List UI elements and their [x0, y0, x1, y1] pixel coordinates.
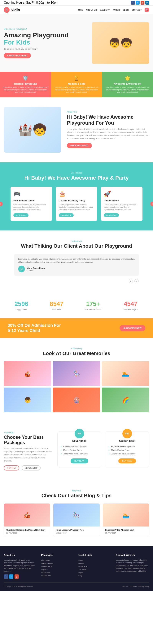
promo-cta-button[interactable]: SUBSCRIBE NOW: [120, 325, 145, 331]
indoor-event-icon: 🚀: [104, 190, 140, 197]
gallery-item-0[interactable]: 🎪: [4, 361, 51, 386]
membership-button[interactable]: MEMBERSHIP: [22, 465, 40, 470]
footer-useful-about[interactable]: About: [78, 559, 112, 562]
testimonials-section: Testimonials What Thiking Our Client Abo…: [0, 230, 153, 293]
gallery-item-5[interactable]: 🌈: [102, 388, 149, 412]
blog-card-2[interactable]: 🏊 Imperdiet Vitae Aliquam Eget 15 JULY 2…: [103, 503, 149, 536]
about-image: 🏰🧒: [4, 107, 61, 153]
nav-contact[interactable]: CONTACT: [132, 9, 142, 11]
twitter-icon[interactable]: t: [136, 1, 140, 4]
gallery-item-3[interactable]: 👦: [4, 388, 51, 412]
modern-icon: 🏆: [54, 76, 99, 81]
nav-logo[interactable]: K Kidio: [4, 7, 20, 13]
footer-useful-admission[interactable]: Admission: [78, 568, 112, 571]
silver-features: Prouect Praesent Dignissim Mauris Pulvin…: [60, 445, 98, 456]
footer-policy[interactable]: Terms & Conditions | Privacy Policy: [122, 586, 149, 588]
gallery-item-2[interactable]: 🏊: [102, 361, 149, 386]
packages-desc: Massa ut aliquam sed mauris lollus. Et i…: [4, 447, 52, 462]
testimonial-author: M Mario Speechingun Customer: [18, 266, 135, 272]
search-button[interactable]: 🔍: [144, 8, 149, 12]
service-0-desc: Cursus suspendisse. Eni aliquip commodo …: [14, 204, 49, 211]
stat-total-stuffs: 8547 Total Stuffs: [50, 300, 63, 310]
footer-useful-title: Useful Link: [78, 554, 112, 556]
hero-image-area: 👦🧒: [92, 22, 149, 64]
golden-feature-1: Mauris Pulvinar Eram: [108, 448, 146, 452]
gallery-item-4[interactable]: 🎡: [53, 388, 100, 412]
blog-date-0: 21 JULY 2017: [6, 532, 48, 534]
footer-useful-links: About Gallery Blog & Post Admission Logi…: [78, 559, 112, 577]
trusted-icon: 🛡️: [3, 76, 48, 81]
service-0-name: Play Indoor Game: [14, 199, 49, 202]
service-2-cta[interactable]: READ MORE: [104, 213, 119, 217]
footer-useful-faq[interactable]: FAQ: [78, 574, 112, 577]
service-1-cta[interactable]: READ MORE: [59, 213, 74, 217]
indoor-game-icon: 🎮: [14, 190, 49, 197]
facebook-icon[interactable]: f: [131, 1, 135, 4]
footer-link-classic[interactable]: Classic Birthday: [41, 562, 74, 565]
services-title: Hi Baby! We Have Awesome Play & Party: [4, 175, 149, 181]
gallery-item-1[interactable]: 🎠: [53, 361, 100, 386]
about-section: 🏰🧒 About Us Hi Baby! We Have Awesome Pla…: [0, 97, 153, 162]
services-next-button[interactable]: ›: [150, 202, 153, 206]
footer-google-icon[interactable]: g: [14, 574, 19, 579]
golden-buy-button[interactable]: BUY NOW: [118, 458, 136, 464]
package-silver: $59 Silver pack Prouect Praesent Digniss…: [58, 432, 101, 468]
footer-twitter-icon[interactable]: t: [9, 574, 14, 579]
footer-link-daycare[interactable]: Daycare: [41, 568, 74, 571]
blog-title-0: Curabitur Sollicitudin Massa Nibh Dign: [6, 529, 48, 531]
packages-right: $59 Silver pack Prouect Praesent Digniss…: [58, 432, 149, 468]
footer-useful-blog[interactable]: Blog & Post: [78, 565, 112, 568]
footer-facebook-icon[interactable]: f: [4, 574, 8, 579]
about-content: About Us Hi Baby! We Have Awesome Playgr…: [67, 111, 149, 148]
social-links: f t g in: [131, 1, 149, 4]
services-label: Our Package: [4, 172, 149, 174]
nav-links: HOME ABOUT US GALLERY PAGES BLOG CONTACT…: [77, 8, 149, 12]
blog-image-0: 🎪: [4, 504, 50, 526]
monthly-button[interactable]: MONTHLY: [4, 465, 19, 470]
testimonial-prev-button[interactable]: ←: [129, 279, 133, 283]
blog-card-1[interactable]: 🎠 Nunc Laoreet, Praesent Nec 18 JULY 201…: [53, 503, 100, 536]
linkedin-icon[interactable]: in: [145, 1, 149, 4]
footer: About Us Lorem ipsum dolor sit amet, lor…: [0, 546, 153, 591]
footer-link-birthday[interactable]: Birthday Party: [41, 565, 74, 568]
footer-useful-gallery[interactable]: Gallery: [78, 562, 112, 565]
blog-section: Blog Posts Check Our Latest Blog & Tips …: [0, 480, 153, 546]
footer-useful-login[interactable]: Login: [78, 571, 112, 574]
blog-card-0[interactable]: 🎪 Curabitur Sollicitudin Massa Nibh Dign…: [4, 503, 50, 536]
service-0-cta[interactable]: READ MORE: [14, 213, 28, 217]
stat-happy-value: 2596: [14, 300, 28, 308]
stat-awards-label: International Award: [85, 308, 101, 310]
hero-section: Welcome To Playground Amazing Playground…: [0, 14, 153, 72]
env-icon: 🌟: [105, 76, 150, 81]
silver-buy-button[interactable]: BUY NOW: [70, 458, 88, 464]
testimonial-next-button[interactable]: →: [134, 279, 139, 283]
services-section: Our Package Hi Baby! We Have Awesome Pla…: [0, 162, 153, 231]
nav-pages[interactable]: PAGES: [113, 9, 120, 11]
feature-env-title: Awesome Environment: [105, 82, 150, 85]
footer-link-play[interactable]: Play Game: [41, 559, 74, 562]
testimonial-card: Lorem and fuga et optio vide eaque vitae…: [14, 254, 139, 276]
hero-cta-button[interactable]: KNOW MORE HERE: [4, 53, 31, 58]
about-cta-button[interactable]: MORE DISCOVER: [67, 143, 92, 148]
silver-name: Silver pack: [60, 439, 98, 442]
footer-link-indoor-game[interactable]: Indoor Game: [41, 574, 74, 577]
testimonial-text: Lorem and fuga et optio vide eaque vitae…: [18, 258, 135, 264]
packages-title: Choose Your Best Packages: [4, 434, 52, 445]
nav-blog[interactable]: BLOG: [122, 9, 129, 11]
promo-text: 30% Off On Admission For 5-12 Years Chil…: [8, 323, 61, 333]
nav-home[interactable]: HOME: [77, 9, 83, 11]
footer-link-indoor-liner[interactable]: Indoor Liner: [41, 571, 74, 574]
google-icon[interactable]: g: [140, 1, 144, 4]
golden-price: $69: [122, 429, 132, 438]
birthday-icon: 🎂: [59, 190, 94, 197]
nav-gallery[interactable]: GALLERY: [100, 9, 110, 11]
feature-env-desc: Lorem ipsum dolor sit amet, consectetur …: [105, 86, 150, 94]
silver-price: $59: [74, 429, 84, 438]
stat-awards-value: 175+: [85, 300, 101, 308]
feature-env: 🌟 Awesome Environment Lorem ipsum dolor …: [102, 72, 153, 97]
packages-left: Pricing Plan Choose Your Best Packages M…: [4, 432, 52, 470]
nav-about[interactable]: ABOUT US: [86, 9, 97, 11]
blog-content-1: Nunc Laoreet, Praesent Nec 18 JULY 2017: [53, 526, 100, 536]
footer-packages-links: Play Game Classic Birthday Birthday Part…: [41, 559, 74, 577]
services-prev-button[interactable]: ‹: [0, 202, 3, 206]
